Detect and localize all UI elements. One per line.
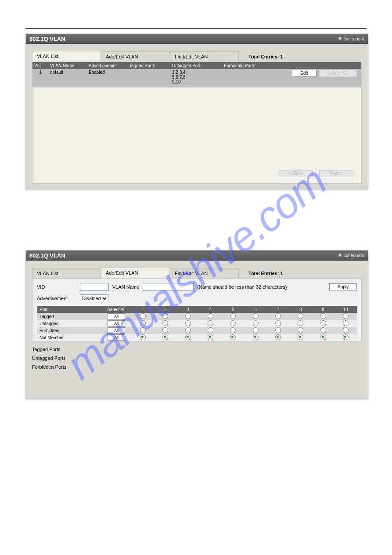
titlebar: 802.1Q VLAN Safeguard — [26, 250, 368, 261]
tab-find-edit-vlan-label: Find/Edit VLAN — [175, 54, 208, 59]
tab-add-edit-vlan[interactable]: Add/Edit VLAN — [101, 268, 170, 278]
port-radio[interactable] — [343, 334, 349, 340]
tab-add-edit-vlan[interactable]: Add/Edit VLAN — [101, 51, 170, 62]
port-radio[interactable] — [275, 320, 281, 326]
table-row: 1 default Enabled 1,2,3,4, 5,6,7,8, 9,10… — [32, 69, 361, 87]
total-entries-value: 1 — [281, 54, 283, 59]
port-radio[interactable] — [208, 320, 213, 326]
col-forbidden: Forbidden Ports — [222, 63, 287, 68]
port-grid-header: Port Select All 1 2 3 4 5 6 7 8 9 10 — [37, 306, 357, 313]
port-radio[interactable] — [253, 320, 259, 326]
edit-button[interactable]: Edit — [292, 70, 316, 77]
port-radio[interactable] — [253, 334, 259, 340]
col-port-8: 8 — [289, 306, 312, 313]
port-radio[interactable] — [185, 313, 191, 319]
vlan-add-edit-screenshot: 802.1Q VLAN Safeguard VLAN List Add/Edit… — [25, 250, 368, 399]
port-radio[interactable] — [320, 334, 326, 340]
port-radio[interactable] — [343, 320, 349, 326]
tab-vlan-list[interactable]: VLAN List — [32, 268, 101, 278]
titlebar-text: 802.1Q VLAN — [29, 36, 65, 42]
port-radio[interactable] — [343, 327, 349, 333]
vlan-name-label: VLAN Name — [112, 284, 139, 290]
tab-add-edit-vlan-label: Add/Edit VLAN — [106, 270, 138, 276]
port-radio[interactable] — [230, 313, 236, 319]
port-radio[interactable] — [140, 313, 146, 319]
port-radio[interactable] — [208, 313, 213, 319]
port-row-label: Untagged — [37, 320, 101, 327]
port-radio[interactable] — [185, 327, 191, 333]
port-radio[interactable] — [275, 327, 281, 333]
summary-tagged: Tagged Ports — [32, 345, 368, 354]
col-port-4: 4 — [199, 306, 222, 313]
col-port: Port — [37, 306, 101, 313]
port-radio[interactable] — [320, 327, 326, 333]
safeguard-badge: Safeguard — [338, 36, 364, 41]
cell-vid: 1 — [32, 70, 48, 75]
tab-find-edit-vlan-label: Find/Edit VLAN — [175, 271, 208, 276]
vlan-table-header: VID VLAN Name Advertisement Tagged Ports… — [32, 62, 361, 69]
port-radio[interactable] — [140, 334, 146, 340]
port-radio[interactable] — [140, 320, 146, 326]
select-all-button[interactable]: All — [108, 327, 125, 334]
select-all-button[interactable]: All — [108, 313, 125, 319]
tab-add-edit-vlan-label: Add/Edit VLAN — [106, 54, 138, 59]
port-radio[interactable] — [140, 327, 146, 333]
port-radio[interactable] — [208, 327, 213, 333]
titlebar: 802.1Q VLAN Safeguard — [26, 34, 368, 44]
port-radio[interactable] — [320, 313, 326, 319]
port-summary: Tagged Ports Untagged Ports Forbidden Po… — [32, 345, 368, 371]
cell-vlan-name: default — [48, 70, 87, 75]
port-radio[interactable] — [298, 334, 303, 340]
port-radio[interactable] — [162, 320, 168, 326]
col-port-9: 9 — [312, 306, 334, 313]
apply-button[interactable]: Apply — [329, 283, 357, 290]
port-radio[interactable] — [298, 313, 303, 319]
port-radio[interactable] — [162, 327, 168, 333]
port-radio[interactable] — [343, 313, 349, 319]
back-button: <<Back — [278, 170, 313, 177]
port-radio[interactable] — [275, 334, 281, 340]
port-grid-row: ForbiddenAll — [37, 327, 357, 334]
port-grid: Port Select All 1 2 3 4 5 6 7 8 9 10 Tag — [37, 306, 357, 341]
port-row-label: Tagged — [37, 313, 101, 320]
port-radio[interactable] — [253, 327, 259, 333]
row-advertisement: Advertisement Disabled — [37, 294, 357, 302]
port-radio[interactable] — [320, 320, 326, 326]
port-radio[interactable] — [230, 320, 236, 326]
col-tagged: Tagged Ports — [127, 63, 170, 68]
col-port-3: 3 — [177, 306, 199, 313]
vid-input[interactable] — [80, 283, 109, 291]
port-radio[interactable] — [162, 334, 168, 340]
port-radio[interactable] — [253, 313, 259, 319]
port-radio[interactable] — [185, 320, 191, 326]
port-grid-row: UntaggedAll — [37, 320, 357, 327]
tab-vlan-list-label: VLAN List — [37, 54, 58, 59]
vlan-list-screenshot: 802.1Q VLAN Safeguard VLAN List Add/Edit… — [25, 33, 368, 189]
total-entries-value: 1 — [281, 271, 283, 276]
port-radio[interactable] — [230, 327, 236, 333]
tab-find-edit-vlan[interactable]: Find/Edit VLAN — [170, 51, 239, 62]
port-radio[interactable] — [185, 334, 191, 340]
port-radio[interactable] — [298, 327, 303, 333]
port-radio[interactable] — [162, 313, 168, 319]
pager: <<Back Next>> — [278, 170, 353, 177]
tabs: VLAN List Add/Edit VLAN Find/Edit VLAN T… — [32, 267, 368, 278]
port-grid-row: TaggedAll — [37, 313, 357, 320]
vlan-name-input[interactable] — [143, 283, 194, 291]
cell-actions: Edit Delete VID — [252, 70, 361, 77]
cell-untagged: 1,2,3,4, 5,6,7,8, 9,10 — [170, 70, 222, 84]
col-port-2: 2 — [154, 306, 176, 313]
advertisement-select[interactable]: Disabled — [80, 294, 108, 302]
safeguard-label: Safeguard — [344, 253, 364, 258]
tab-vlan-list-label: VLAN List — [37, 271, 58, 276]
tab-vlan-list[interactable]: VLAN List — [32, 51, 101, 62]
port-radio[interactable] — [298, 320, 303, 326]
select-all-button[interactable]: All — [108, 320, 125, 326]
col-port-10: 10 — [334, 306, 357, 313]
select-all-button[interactable]: All — [108, 334, 125, 341]
port-radio[interactable] — [275, 313, 281, 319]
tab-find-edit-vlan[interactable]: Find/Edit VLAN — [170, 268, 239, 278]
port-radio[interactable] — [230, 334, 236, 340]
port-radio[interactable] — [208, 334, 213, 340]
safeguard-icon — [338, 37, 342, 40]
